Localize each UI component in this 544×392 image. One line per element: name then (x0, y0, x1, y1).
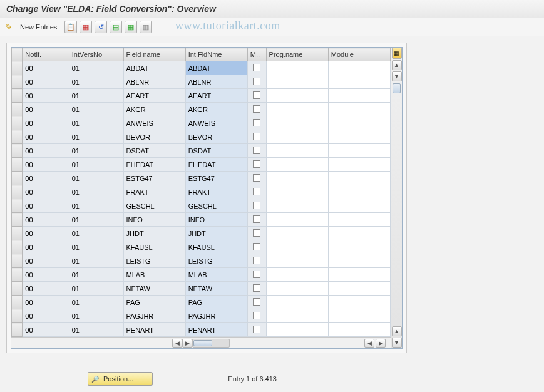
position-button[interactable]: 🔎 Position... (88, 372, 153, 386)
cell-intversno[interactable]: 01 (69, 158, 123, 172)
cell-fieldname[interactable]: DSDAT (123, 144, 185, 158)
cell-intfldnme[interactable]: LEISTG (185, 254, 247, 268)
row-selector[interactable] (12, 130, 23, 144)
cell-m[interactable] (247, 323, 266, 337)
cell-fieldname[interactable]: NETAW (123, 282, 185, 296)
cell-module[interactable] (328, 199, 390, 213)
checkbox-icon[interactable] (253, 271, 260, 278)
row-selector[interactable] (12, 323, 23, 337)
vscroll-up2-button[interactable]: ▲ (392, 326, 402, 336)
row-selector-header[interactable] (12, 48, 23, 61)
row-selector[interactable] (12, 227, 23, 240)
row-selector[interactable] (12, 172, 23, 185)
cell-intversno[interactable]: 01 (69, 130, 123, 144)
cell-intfldnme[interactable]: JHDT (185, 227, 247, 240)
cell-fieldname[interactable]: FRAKT (123, 185, 185, 199)
cell-notif[interactable]: 00 (23, 144, 69, 158)
cell-fieldname[interactable]: ESTG47 (123, 172, 185, 185)
col-intversno[interactable]: IntVersNo (69, 48, 123, 61)
cell-intfldnme[interactable]: FRAKT (185, 185, 247, 199)
row-selector[interactable] (12, 213, 23, 227)
hscroll-left-button[interactable]: ◀ (172, 339, 182, 348)
cell-m[interactable] (247, 89, 266, 103)
cell-progname[interactable] (266, 89, 328, 103)
cell-progname[interactable] (266, 199, 328, 213)
cell-m[interactable] (247, 75, 266, 89)
cell-module[interactable] (328, 75, 390, 89)
checkbox-icon[interactable] (253, 243, 260, 250)
cell-fieldname[interactable]: MLAB (123, 268, 185, 282)
cell-m[interactable] (247, 268, 266, 282)
cell-module[interactable] (328, 309, 390, 323)
cell-notif[interactable]: 00 (23, 296, 69, 309)
cell-intversno[interactable]: 01 (69, 61, 123, 75)
cell-notif[interactable]: 00 (23, 172, 69, 185)
row-selector[interactable] (12, 240, 23, 254)
row-selector[interactable] (12, 116, 23, 130)
col-fieldname[interactable]: Field name (123, 48, 185, 61)
cell-m[interactable] (247, 199, 266, 213)
new-entries-button[interactable]: New Entries (15, 21, 62, 33)
col-module[interactable]: Module (328, 48, 390, 61)
cell-module[interactable] (328, 130, 390, 144)
cell-intversno[interactable]: 01 (69, 268, 123, 282)
copy-as-button[interactable]: 📋 (64, 21, 77, 33)
cell-intfldnme[interactable]: AKGR (185, 103, 247, 116)
cell-fieldname[interactable]: AEART (123, 89, 185, 103)
checkbox-icon[interactable] (253, 105, 260, 113)
row-selector[interactable] (12, 103, 23, 116)
cell-intfldnme[interactable]: BEVOR (185, 130, 247, 144)
cell-intfldnme[interactable]: PENART (185, 323, 247, 337)
cell-m[interactable] (247, 254, 266, 268)
cell-module[interactable] (328, 227, 390, 240)
row-selector[interactable] (12, 89, 23, 103)
col-m[interactable]: M.. (247, 48, 266, 61)
cell-progname[interactable] (266, 144, 328, 158)
cell-progname[interactable] (266, 158, 328, 172)
checkbox-icon[interactable] (253, 202, 260, 209)
vscroll-down2-button[interactable]: ▼ (392, 338, 402, 348)
cell-progname[interactable] (266, 172, 328, 185)
hscroll-right-button[interactable]: ▶ (182, 339, 192, 348)
row-selector[interactable] (12, 158, 23, 172)
cell-notif[interactable]: 00 (23, 227, 69, 240)
cell-progname[interactable] (266, 309, 328, 323)
cell-notif[interactable]: 00 (23, 213, 69, 227)
cell-intfldnme[interactable]: MLAB (185, 268, 247, 282)
checkbox-icon[interactable] (253, 326, 260, 333)
cell-progname[interactable] (266, 323, 328, 337)
cell-fieldname[interactable]: AKGR (123, 103, 185, 116)
delete-button[interactable]: ▦ (80, 21, 92, 33)
row-selector[interactable] (12, 254, 23, 268)
vscroll-thumb[interactable] (393, 83, 401, 93)
cell-intversno[interactable]: 01 (69, 282, 123, 296)
row-selector[interactable] (12, 296, 23, 309)
vscroll-down-button[interactable]: ▼ (392, 71, 402, 81)
hscroll-thumb[interactable] (193, 340, 212, 346)
cell-intfldnme[interactable]: ANWEIS (185, 116, 247, 130)
row-selector[interactable] (12, 268, 23, 282)
cell-m[interactable] (247, 172, 266, 185)
cell-m[interactable] (247, 61, 266, 75)
cell-progname[interactable] (266, 130, 328, 144)
cell-notif[interactable]: 00 (23, 199, 69, 213)
cell-notif[interactable]: 00 (23, 282, 69, 296)
cell-m[interactable] (247, 296, 266, 309)
cell-intfldnme[interactable]: NETAW (185, 282, 247, 296)
cell-intfldnme[interactable]: PAG (185, 296, 247, 309)
cell-notif[interactable]: 00 (23, 116, 69, 130)
cell-module[interactable] (328, 282, 390, 296)
vscroll-track[interactable] (391, 82, 402, 326)
cell-intversno[interactable]: 01 (69, 213, 123, 227)
cell-module[interactable] (328, 172, 390, 185)
cell-module[interactable] (328, 61, 390, 75)
cell-fieldname[interactable]: BEVOR (123, 130, 185, 144)
cell-intfldnme[interactable]: PAGJHR (185, 309, 247, 323)
cell-module[interactable] (328, 116, 390, 130)
cell-intversno[interactable]: 01 (69, 199, 123, 213)
cell-notif[interactable]: 00 (23, 323, 69, 337)
cell-notif[interactable]: 00 (23, 254, 69, 268)
cell-m[interactable] (247, 227, 266, 240)
cell-intversno[interactable]: 01 (69, 144, 123, 158)
checkbox-icon[interactable] (253, 312, 260, 319)
